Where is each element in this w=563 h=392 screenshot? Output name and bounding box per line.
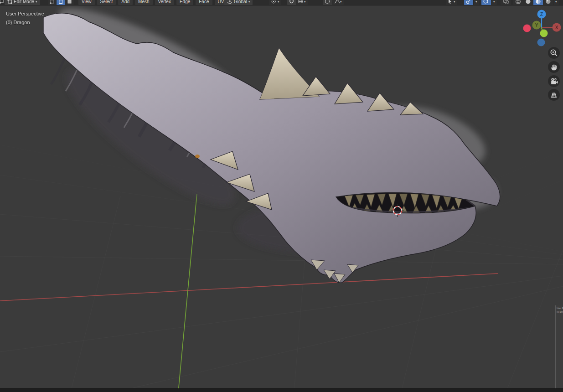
chevron-down-icon: ▾: [248, 0, 250, 3]
adjacent-viewport-sliver[interactable]: User Perspective (0) Dragon: [555, 305, 563, 388]
magnet-icon: [289, 0, 294, 4]
gizmo-icon: [466, 0, 471, 4]
show-overlays-toggle[interactable]: [481, 0, 491, 5]
gizmo-axis-z-negative: [537, 39, 545, 46]
snap-settings-dropdown[interactable]: ▾: [296, 0, 308, 5]
snapping-controls: ▾: [287, 0, 308, 5]
shading-solid-button[interactable]: [523, 0, 533, 5]
mode-selector[interactable]: Edit Mode ▾: [5, 0, 40, 5]
shading-wireframe-icon: [515, 0, 521, 5]
blender-window: Edit Mode ▾: [0, 0, 563, 392]
mode-selector-label: Edit Mode: [14, 0, 34, 4]
chevron-down-icon: ▾: [278, 0, 279, 3]
toggle-projection-button[interactable]: [548, 89, 560, 101]
mini-view-name-label: User Perspective: [557, 306, 563, 310]
dragon-neck-glint: [195, 155, 200, 158]
chevron-down-icon: ▾: [36, 0, 37, 3]
vertex-select-button[interactable]: [48, 0, 57, 5]
gizmo-z-label: Z: [540, 12, 543, 17]
snap-increment-icon: [298, 0, 304, 4]
edge-select-icon: [58, 0, 63, 4]
viewport-header-row: Edit Mode ▾: [0, 0, 563, 5]
gizmo-axis-y-positive: [540, 30, 548, 37]
chevron-down-icon: ▾: [493, 0, 495, 3]
shading-dropdown[interactable]: ▾: [553, 0, 559, 5]
active-object-label: (0) Dragon: [6, 18, 44, 27]
toggle-xray-button[interactable]: [501, 0, 511, 5]
proportional-editing-controls: ▾: [323, 0, 344, 5]
editor-type-button[interactable]: [0, 0, 4, 5]
navigation-gizmo[interactable]: Z Y X: [520, 7, 563, 50]
view-name-label: User Perspective: [6, 10, 44, 18]
mini-object-label: (0) Dragon: [557, 310, 563, 314]
menu-vertex[interactable]: Vertex: [155, 0, 174, 5]
zoom-button[interactable]: [548, 47, 560, 59]
show-gizmos-toggle[interactable]: [464, 0, 473, 5]
show-overlays-controls: ▾: [481, 0, 497, 5]
chevron-down-icon: ▾: [454, 0, 455, 3]
hand-icon: [550, 63, 558, 71]
gizmo-axis-x-negative: [523, 25, 531, 32]
chevron-down-icon: ▾: [340, 0, 342, 3]
overlays-dropdown[interactable]: ▾: [491, 0, 497, 5]
edit-mode-icon: [7, 0, 12, 4]
vertex-select-icon: [50, 0, 55, 4]
pivot-point-icon: [271, 0, 276, 4]
face-select-icon: [67, 0, 72, 4]
overlays-icon: [483, 0, 489, 4]
shading-material-button[interactable]: [533, 0, 543, 5]
axis-x-line: [0, 273, 498, 301]
gizmos-dropdown[interactable]: ▾: [473, 0, 479, 5]
pan-button[interactable]: [548, 61, 560, 73]
pivot-point-dropdown[interactable]: ▾: [269, 0, 281, 5]
camera-icon: [550, 77, 558, 85]
scene-canvas: [0, 5, 563, 388]
gizmo-x-label: X: [555, 25, 558, 30]
face-select-button[interactable]: [65, 0, 74, 5]
falloff-curve-icon: [334, 0, 340, 4]
orientation-global-icon: [227, 0, 232, 4]
object-type-visibility-dropdown[interactable]: ▾: [446, 0, 457, 5]
gizmo-y-label: Y: [535, 23, 538, 28]
menu-mesh[interactable]: Mesh: [135, 0, 152, 5]
camera-view-button[interactable]: [548, 75, 560, 87]
proportional-editing-toggle[interactable]: [323, 0, 332, 5]
orientation-label: Global: [234, 0, 247, 4]
shading-wireframe-button[interactable]: [513, 0, 523, 5]
edge-select-button[interactable]: [57, 0, 65, 5]
chevron-down-icon: ▾: [475, 0, 477, 3]
zoom-icon: [550, 49, 558, 57]
status-bar: [0, 388, 563, 392]
select-mode-buttons: [48, 0, 74, 5]
show-gizmos-controls: ▾: [464, 0, 479, 5]
editor-type-icon: [0, 0, 4, 5]
proportional-falloff-dropdown[interactable]: ▾: [332, 0, 344, 5]
chevron-down-icon: ▾: [555, 0, 557, 3]
cursor-pointer-icon: [448, 0, 452, 4]
menu-view[interactable]: View: [78, 0, 95, 5]
chevron-down-icon: ▾: [304, 0, 306, 3]
xray-icon: [503, 0, 509, 4]
shading-material-icon: [535, 0, 541, 5]
viewport-overlay-text: User Perspective (0) Dragon: [6, 10, 44, 27]
shading-solid-icon: [525, 0, 531, 5]
shading-rendered-button[interactable]: [543, 0, 553, 5]
dragon-mesh[interactable]: [43, 5, 500, 283]
viewport-shading-controls: ▾: [513, 0, 559, 5]
menu-edge[interactable]: Edge: [176, 0, 193, 5]
menu-bar: View Select Add Mesh Vertex Edge Face UV: [78, 0, 229, 5]
proportional-circle-icon: [325, 0, 330, 4]
menu-select[interactable]: Select: [97, 0, 116, 5]
shading-rendered-icon: [545, 0, 551, 5]
menu-add[interactable]: Add: [118, 0, 133, 5]
transform-orientation-dropdown[interactable]: Global ▾: [224, 0, 253, 5]
3d-viewport[interactable]: User Perspective (0) Dragon Z Y X: [0, 5, 563, 388]
perspective-grid-icon: [550, 91, 558, 98]
viewport-header: Edit Mode ▾: [0, 0, 563, 5]
menu-face[interactable]: Face: [196, 0, 212, 5]
snap-toggle-button[interactable]: [287, 0, 296, 5]
